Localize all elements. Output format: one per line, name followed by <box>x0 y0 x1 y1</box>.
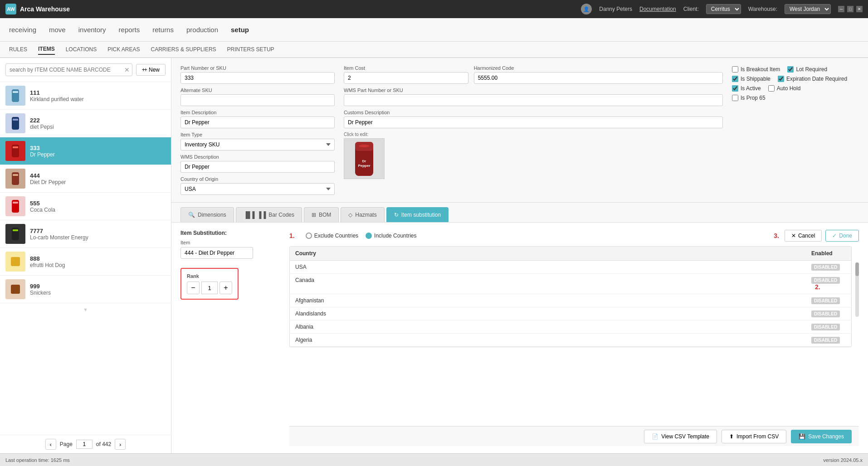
nav-receiving[interactable]: receiving <box>9 24 36 35</box>
rank-minus-button[interactable]: − <box>187 282 200 294</box>
search-clear-icon[interactable]: ✕ <box>124 66 130 73</box>
nav-inventory[interactable]: inventory <box>78 24 106 35</box>
new-button[interactable]: + + New <box>136 64 166 76</box>
rank-value-input[interactable] <box>201 282 218 294</box>
save-changes-button[interactable]: 💾 Save Changes <box>791 430 852 443</box>
list-item[interactable]: 333 Dr Pepper <box>0 137 171 165</box>
import-csv-button[interactable]: ⬆ Import From CSV <box>722 430 786 443</box>
country-name: USA <box>290 261 806 273</box>
cancel-button[interactable]: ✕ Cancel <box>785 230 822 242</box>
alt-sku-input[interactable] <box>180 94 335 106</box>
table-row[interactable]: Alandislands DISABLED <box>290 307 851 320</box>
next-page-button[interactable]: › <box>115 439 126 450</box>
item-desc-input[interactable] <box>180 116 335 128</box>
item-image[interactable]: Dr Pepper <box>344 138 385 179</box>
table-row[interactable]: Algeria DISABLED <box>290 334 851 347</box>
svg-rect-7 <box>13 174 18 176</box>
done-button[interactable]: ✓ Done <box>825 230 859 242</box>
item-name: efrutti Hot Dog <box>30 262 166 268</box>
table-row[interactable]: Afghanistan DISABLED <box>290 294 851 307</box>
item-info: 888 efrutti Hot Dog <box>30 255 166 268</box>
list-item[interactable]: 111 Kirkland purified water <box>0 82 171 110</box>
sub-item-label: Item <box>180 240 271 245</box>
is-shippable-input[interactable] <box>732 76 738 82</box>
dimensions-icon: 🔍 <box>188 212 195 218</box>
subnav-items[interactable]: ITEMS <box>38 44 55 55</box>
customs-desc-input[interactable] <box>344 116 723 128</box>
rank-plus-button[interactable]: + <box>219 282 232 294</box>
item-number: 555 <box>30 200 166 207</box>
table-row[interactable]: Canada DISABLED 2. <box>290 274 851 294</box>
harmonized-input[interactable] <box>474 72 723 84</box>
subnav-locations[interactable]: LOCATIONS <box>66 44 97 54</box>
wms-part-input[interactable] <box>344 94 723 106</box>
save-icon: 💾 <box>799 433 805 440</box>
minimize-button[interactable]: ─ <box>838 6 844 12</box>
is-active-checkbox[interactable]: Is Active <box>732 85 761 92</box>
tab-barcodes[interactable]: ▐▌▌▐▐ Bar Codes <box>236 207 302 222</box>
list-item[interactable]: 7777 Lo-carb Monster Energy <box>0 220 171 248</box>
page-number-input[interactable] <box>76 440 93 449</box>
is-breakout-label: Is Breakout Item <box>741 66 780 73</box>
include-countries-radio[interactable]: Include Countries <box>366 233 416 239</box>
nav-production[interactable]: production <box>186 24 218 35</box>
table-row[interactable]: USA DISABLED <box>290 261 851 274</box>
list-item[interactable]: 999 Snickers <box>0 276 171 303</box>
close-button[interactable]: ✕ <box>856 6 863 12</box>
auto-hold-input[interactable] <box>768 85 775 92</box>
list-item[interactable]: 555 Coca Cola <box>0 193 171 220</box>
subnav-printers[interactable]: PRINTERS SETUP <box>227 44 274 54</box>
exp-date-required-input[interactable] <box>778 76 784 82</box>
subnav-pick-areas[interactable]: PICK AREAS <box>107 44 140 54</box>
search-input[interactable] <box>5 63 132 76</box>
warehouse-select[interactable]: West Jordan <box>785 4 831 14</box>
item-cost-input[interactable] <box>344 72 468 84</box>
tab-item-substitution[interactable]: ↻ Item substitution <box>386 207 449 222</box>
item-info: 222 diet Pepsi <box>30 117 166 130</box>
tab-hazmats[interactable]: ◇ Hazmats <box>341 207 384 222</box>
rank-box: Rank − + <box>180 268 239 300</box>
subnav-carriers[interactable]: CARRIERS & SUPPLIERS <box>151 44 216 54</box>
item-thumbnail <box>5 279 25 299</box>
subnav-rules[interactable]: RULES <box>9 44 27 54</box>
list-item[interactable]: 222 diet Pepsi <box>0 110 171 137</box>
done-icon: ✓ <box>832 233 837 239</box>
doc-link[interactable]: Documentation <box>639 6 676 12</box>
lot-required-checkbox[interactable]: Lot Required <box>787 66 827 73</box>
enabled-col-header: Enabled <box>806 247 851 260</box>
user-name: Danny Peters <box>599 6 632 12</box>
substitution-title: Item Substitution: <box>180 230 271 236</box>
country-select[interactable]: USA <box>180 183 335 195</box>
exp-date-required-checkbox[interactable]: Expiration Date Required <box>778 76 847 82</box>
item-name: Kirkland purified water <box>30 96 166 102</box>
client-select[interactable]: Cerritus <box>706 4 741 14</box>
wms-part-label: WMS Part Number or SKU <box>344 87 723 93</box>
is-prop65-checkbox[interactable]: Is Prop 65 <box>732 95 766 101</box>
is-breakout-checkbox[interactable]: Is Breakout Item <box>732 66 780 73</box>
is-active-input[interactable] <box>732 85 738 92</box>
wms-desc-input[interactable] <box>180 161 335 173</box>
table-row[interactable]: Albania DISABLED <box>290 320 851 334</box>
sub-item-input[interactable] <box>180 247 253 259</box>
tab-dimensions[interactable]: 🔍 Dimensions <box>180 207 234 222</box>
nav-returns[interactable]: returns <box>152 24 174 35</box>
part-number-input[interactable] <box>180 72 335 84</box>
country-enabled: DISABLED <box>806 294 851 307</box>
nav-move[interactable]: move <box>49 24 66 35</box>
tab-bom[interactable]: ⊞ BOM <box>304 207 339 222</box>
nav-reports[interactable]: reports <box>119 24 140 35</box>
maximize-button[interactable]: □ <box>847 6 853 12</box>
exclude-countries-radio[interactable]: Exclude Countries <box>306 233 358 239</box>
list-item[interactable]: 888 efrutti Hot Dog <box>0 248 171 276</box>
rank-controls: − + <box>187 282 232 294</box>
is-shippable-checkbox[interactable]: Is Shippable <box>732 76 770 82</box>
is-breakout-input[interactable] <box>732 66 738 73</box>
nav-setup[interactable]: setup <box>231 24 249 35</box>
item-type-select[interactable]: Inventory SKU <box>180 139 335 150</box>
list-item[interactable]: 444 Diet Dr Pepper <box>0 165 171 193</box>
lot-required-input[interactable] <box>787 66 794 73</box>
is-prop65-input[interactable] <box>732 95 738 101</box>
auto-hold-checkbox[interactable]: Auto Hold <box>768 85 801 92</box>
view-csv-button[interactable]: 📄 View CSV Template <box>644 430 717 443</box>
prev-page-button[interactable]: ‹ <box>45 439 56 450</box>
